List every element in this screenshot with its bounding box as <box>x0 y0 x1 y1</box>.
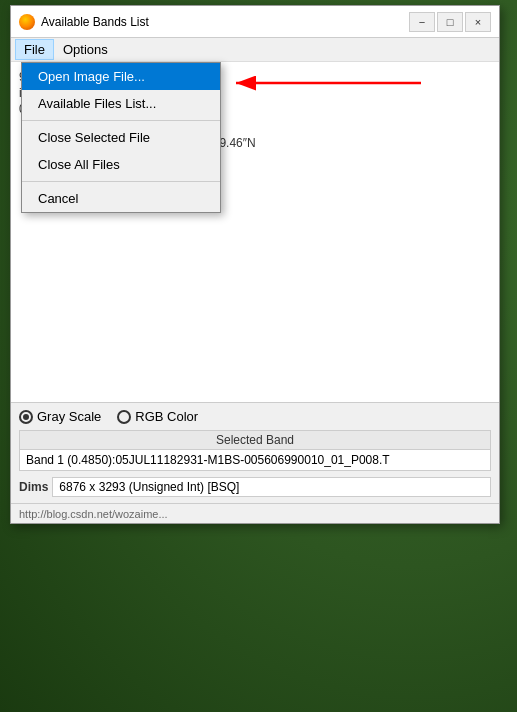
rgb-color-option[interactable]: RGB Color <box>117 409 198 424</box>
title-bar-left: Available Bands List <box>19 14 149 30</box>
rgb-color-label: RGB Color <box>135 409 198 424</box>
cancel-item[interactable]: Cancel <box>22 185 220 212</box>
title-bar: Available Bands List − □ × <box>11 6 499 38</box>
display-mode-row: Gray Scale RGB Color <box>19 409 491 424</box>
open-image-file-item[interactable]: Open Image File... <box>22 63 220 90</box>
app-icon <box>19 14 35 30</box>
dims-value: 6876 x 3293 (Unsigned Int) [BSQ] <box>52 477 491 497</box>
title-buttons: − □ × <box>409 12 491 32</box>
rgb-color-radio[interactable] <box>117 410 131 424</box>
menu-separator-1 <box>22 120 220 121</box>
selected-band-header: Selected Band <box>19 430 491 449</box>
file-menu[interactable]: File <box>15 39 54 60</box>
menu-bar: File Options <box>11 38 499 62</box>
gray-scale-option[interactable]: Gray Scale <box>19 409 101 424</box>
dims-row: Dims 6876 x 3293 (Unsigned Int) [BSQ] <box>19 477 491 497</box>
selected-band-value: Band 1 (0.4850):05JUL11182931-M1BS-00560… <box>19 449 491 471</box>
file-dropdown-menu: Open Image File... Available Files List.… <box>21 62 221 213</box>
status-url: http://blog.csdn.net/wozaime... <box>19 508 168 520</box>
window-title: Available Bands List <box>41 15 149 29</box>
close-selected-file-item[interactable]: Close Selected File <box>22 124 220 151</box>
minimize-button[interactable]: − <box>409 12 435 32</box>
close-all-files-item[interactable]: Close All Files <box>22 151 220 178</box>
main-window: Available Bands List − □ × File Options … <box>10 5 500 524</box>
dims-label: Dims <box>19 480 48 494</box>
gray-scale-radio[interactable] <box>19 410 33 424</box>
status-bar: http://blog.csdn.net/wozaime... <box>11 503 499 523</box>
available-files-list-item[interactable]: Available Files List... <box>22 90 220 117</box>
options-menu[interactable]: Options <box>54 39 117 60</box>
close-window-button[interactable]: × <box>465 12 491 32</box>
menu-separator-2 <box>22 181 220 182</box>
gray-scale-label: Gray Scale <box>37 409 101 424</box>
bottom-section: Gray Scale RGB Color Selected Band Band … <box>11 402 499 503</box>
selected-band-section: Selected Band Band 1 (0.4850):05JUL11182… <box>19 430 491 471</box>
maximize-button[interactable]: □ <box>437 12 463 32</box>
